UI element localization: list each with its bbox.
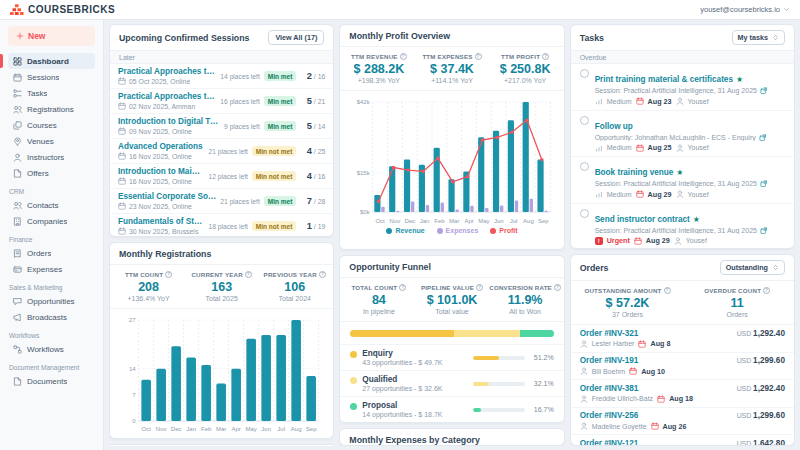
task-row[interactable]: Print training material & certificates★S… — [571, 64, 794, 111]
kpi-ttm-revenue: TTM REVENUE? $ 288.2K +198.3% YoY — [342, 53, 415, 84]
sidebar-item-contacts[interactable]: Contacts — [8, 197, 95, 213]
new-button[interactable]: New — [8, 26, 95, 46]
legend-dot-icon — [437, 228, 443, 234]
sidebar-item-venues[interactable]: Venues — [8, 133, 95, 149]
sidebar-item-broadcasts[interactable]: Broadcasts — [8, 309, 95, 325]
order-amount: USD 1,292.40 — [737, 384, 785, 393]
order-link[interactable]: Order #INV-256 — [580, 411, 639, 420]
order-row[interactable]: Order #INV-381USD 1,292.40Freddie Ullric… — [571, 380, 794, 408]
session-link[interactable]: Introduction to Maintenance — [118, 167, 204, 176]
sidebar-item-workflows[interactable]: Workflows — [8, 341, 95, 357]
task-checkbox[interactable] — [580, 116, 589, 125]
sidebar-item-orders[interactable]: Orders — [8, 245, 95, 261]
info-icon[interactable]: ? — [554, 284, 561, 291]
info-icon[interactable]: ? — [165, 271, 172, 278]
session-row[interactable]: Practical Approaches to Research and ...… — [110, 89, 333, 114]
order-amount: USD 1,299.60 — [737, 356, 785, 365]
legend-profit[interactable]: Profit — [490, 227, 517, 234]
document-icon — [13, 377, 22, 386]
session-info: Introduction to Digital Transformation09… — [118, 117, 220, 135]
legend-expenses[interactable]: Expenses — [437, 227, 479, 234]
funnel-segment — [520, 330, 554, 337]
session-row[interactable]: Introduction to Maintenance16 Nov 2025, … — [110, 164, 333, 189]
order-link[interactable]: Order #INV-321 — [580, 329, 639, 338]
funnel-panel-title: Opportunity Funnel — [349, 262, 431, 272]
svg-text:Sep: Sep — [538, 218, 549, 224]
funnel-stage-row[interactable]: Proposal14 opportunities - $ 18.7K16.7% — [340, 396, 563, 422]
sidebar-item-expenses[interactable]: Expenses — [8, 261, 95, 277]
account-menu[interactable]: yousef@coursebricks.io — [700, 5, 790, 14]
task-assignee: Yousef — [688, 191, 709, 198]
task-title-link[interactable]: Print training material & certificates — [595, 75, 733, 84]
session-link[interactable]: Introduction to Digital Transformation — [118, 117, 220, 126]
task-title-link[interactable]: Follow up — [595, 122, 633, 131]
external-link-icon[interactable] — [760, 87, 768, 95]
kpi-outstanding-amount: OUTSTANDING AMOUNT? $ 57.2K 37 Orders — [573, 287, 683, 318]
stage-progress-track — [473, 408, 525, 412]
svg-text:Nov: Nov — [390, 218, 401, 224]
info-icon[interactable]: ? — [475, 53, 482, 60]
order-row[interactable]: Order #INV-121USD 1,642.80Tyrone Smitham… — [571, 435, 794, 446]
sidebar-item-opportunities[interactable]: Opportunities — [8, 293, 95, 309]
task-title-link[interactable]: Send instructor contract — [595, 215, 690, 224]
session-row[interactable]: Practical Approaches to Information T...… — [110, 64, 333, 89]
sidebar-item-sessions[interactable]: Sessions — [8, 69, 95, 85]
external-link-icon[interactable] — [759, 134, 767, 142]
funnel-stacked-bar — [350, 330, 553, 337]
order-link[interactable]: Order #INV-381 — [580, 384, 639, 393]
legend-revenue[interactable]: Revenue — [386, 227, 424, 234]
info-icon[interactable]: ? — [245, 271, 252, 278]
order-row[interactable]: Order #INV-191USD 1,299.60Bill BoehmAug … — [571, 353, 794, 381]
session-row[interactable]: Advanced Operations16 Nov 2025, Online21… — [110, 139, 333, 164]
funnel-stage-row[interactable]: Qualified27 opportunities - $ 32.6K32.1% — [340, 370, 563, 396]
session-row[interactable]: Essential Corporate Social Responsibili.… — [110, 189, 333, 214]
session-link[interactable]: Fundamentals of Strategy — [118, 217, 204, 226]
task-row[interactable]: Follow upOpportunity: Johnathan McLaughl… — [571, 111, 794, 158]
order-row[interactable]: Order #INV-256USD 1,299.60Madeline Goyet… — [571, 408, 794, 436]
bricks-logo-icon — [10, 4, 24, 16]
task-title-link[interactable]: Book training venue — [595, 168, 674, 177]
info-icon[interactable]: ? — [476, 284, 483, 291]
info-icon[interactable]: ? — [664, 287, 671, 294]
info-icon[interactable]: ? — [399, 284, 406, 291]
session-link[interactable]: Practical Approaches to Research and ... — [118, 92, 216, 101]
order-link[interactable]: Order #INV-121 — [580, 439, 639, 447]
task-checkbox[interactable] — [580, 162, 589, 171]
session-row[interactable]: Introduction to Digital Transformation09… — [110, 114, 333, 139]
task-row[interactable]: Send instructor contract★Session: Practi… — [571, 204, 794, 250]
credit-card-icon — [13, 265, 22, 274]
task-meta: !UrgentAug 29Yousef — [595, 236, 785, 245]
orders-filter-select[interactable]: Outstanding — [720, 260, 785, 275]
session-row[interactable]: Fundamentals of Strategy30 Nov 2025, Bru… — [110, 214, 333, 237]
task-row[interactable]: Book training venue★Session: Practical A… — [571, 157, 794, 204]
tasks-filter-select[interactable]: My tasks — [732, 30, 785, 45]
kpi-pipeline-value: PIPELINE VALUE? $ 101.0K Total value — [415, 284, 488, 315]
session-link[interactable]: Practical Approaches to Information T... — [118, 67, 216, 76]
external-link-icon[interactable] — [760, 227, 768, 235]
sidebar-item-companies[interactable]: Companies — [8, 213, 95, 229]
sidebar-item-offers[interactable]: Offers — [8, 165, 95, 181]
external-link-icon[interactable] — [760, 180, 768, 188]
info-icon[interactable]: ? — [763, 287, 770, 294]
sidebar-item-courses[interactable]: Courses — [8, 117, 95, 133]
new-button-label: New — [28, 31, 45, 41]
sidebar-item-instructors[interactable]: Instructors — [8, 149, 95, 165]
view-all-button[interactable]: View All (17) — [268, 30, 324, 45]
kpi-previous-year: PREVIOUS YEAR? 106 Total 2024 — [258, 271, 331, 302]
info-icon[interactable]: ? — [400, 53, 407, 60]
sidebar-item-registrations[interactable]: Registrations — [8, 101, 95, 117]
stage-name: Proposal — [362, 401, 467, 410]
sidebar-item-documents[interactable]: Documents — [8, 373, 95, 389]
session-link[interactable]: Essential Corporate Social Responsibili.… — [118, 192, 216, 201]
funnel-stage-row[interactable]: Enquiry43 opportunities - $ 49.7K51.2% — [340, 344, 563, 370]
order-row[interactable]: Order #INV-321USD 1,292.40Lester HarberA… — [571, 325, 794, 353]
sidebar-item-dashboard[interactable]: Dashboard — [8, 53, 95, 69]
sidebar-item-tasks[interactable]: Tasks — [8, 85, 95, 101]
brand-logo[interactable]: COURSEBRICKS — [10, 4, 115, 16]
session-link[interactable]: Advanced Operations — [118, 142, 204, 151]
task-checkbox[interactable] — [580, 209, 589, 218]
info-icon[interactable]: ? — [542, 53, 549, 60]
order-link[interactable]: Order #INV-191 — [580, 356, 639, 365]
info-icon[interactable]: ? — [319, 271, 326, 278]
task-checkbox[interactable] — [580, 69, 589, 78]
